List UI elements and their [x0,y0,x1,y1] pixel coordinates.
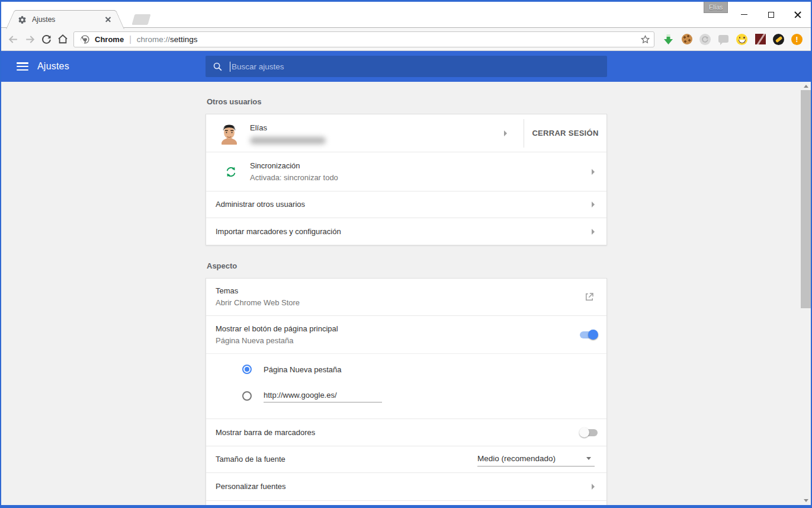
address-bar[interactable]: Chrome | chrome://settings [73,31,654,47]
font-size-row: Tamaño de la fuente Medio (recomendado) [206,446,606,472]
search-icon [213,62,223,72]
refresh-disabled-icon [699,34,711,45]
bookmark-star-icon[interactable] [638,33,651,46]
section-heading-appearance: Aspecto [207,261,607,270]
cookie-icon [682,34,692,44]
download-extension-button[interactable] [659,31,678,47]
toggle-knob [579,427,589,437]
browser-window: Ajustes Elías [0,0,812,508]
users-card: Elías CERRAR SESIÓN [206,114,607,245]
url-path: settings [170,35,198,44]
home-button[interactable] [54,31,71,47]
font-size-label: Tamaño de la fuente [216,453,477,465]
triangle-down-icon [804,499,808,502]
smiley-icon [736,34,747,45]
reload-icon [41,34,52,45]
title-bar: Ajustes Elías [1,2,811,28]
chat-bubble-icon [718,35,728,43]
site-label: Chrome [95,35,124,44]
chevron-right-icon [592,202,595,207]
scrollbar[interactable] [801,82,811,505]
tab-title: Ajustes [32,15,103,24]
menu-button[interactable] [17,62,28,71]
download-icon [663,34,673,45]
radio-row-new-tab[interactable]: Página Nueva pestaña [206,362,606,376]
settings-header: Ajustes [1,51,811,82]
customize-fonts-row[interactable]: Personalizar fuentes [206,472,606,500]
manage-users-row[interactable]: Administrar otros usuarios [206,191,606,218]
import-bookmarks-row[interactable]: Importar marcadores y configuración [206,218,606,245]
chevron-down-icon [586,457,591,460]
zipper-icon [755,34,766,44]
home-icon [57,33,69,45]
chat-extension-button[interactable] [714,31,733,47]
font-size-select[interactable]: Medio (recomendado) [477,453,595,467]
browser-tab-ajustes[interactable]: Ajustes [15,10,115,28]
cookie-extension-button[interactable] [678,31,696,47]
sync-subtitle: Activada: sincronizar todo [250,172,592,184]
home-button-toggle[interactable] [580,331,598,338]
external-link-icon [584,292,595,302]
triangle-up-icon [804,85,808,88]
themes-subtitle: Abrir Chrome Web Store [216,297,584,309]
reload-button[interactable] [38,31,54,47]
url-separator: | [129,34,131,44]
text-caret [230,62,230,72]
alert-icon: ! [791,34,803,45]
radio-row-custom-url[interactable] [206,389,606,403]
smiley-extension-button[interactable] [733,31,751,47]
home-button-title: Mostrar el botón de página principal [216,323,580,335]
profile-badge[interactable]: Elías [704,2,728,13]
radio-selected-icon[interactable] [242,365,252,374]
zipper-extension-button[interactable] [751,31,769,47]
profile-row[interactable]: Elías CERRAR SESIÓN [206,114,606,152]
bookmarks-bar-toggle[interactable] [580,429,598,436]
close-button[interactable] [784,2,811,27]
tab-close-icon[interactable] [103,14,114,25]
forward-arrow-icon [24,34,36,45]
bookmarks-bar-label: Mostrar barra de marcadores [216,427,580,439]
marker-icon [773,34,784,45]
chevron-right-icon [592,484,595,490]
forward-button[interactable] [21,31,38,47]
radio-unselected-icon[interactable] [242,391,252,401]
minimize-button[interactable] [731,2,758,27]
customize-fonts-label: Personalizar fuentes [216,481,592,493]
signout-button[interactable]: CERRAR SESIÓN [524,129,606,138]
url-scheme: chrome:// [137,35,170,44]
scroll-up-button[interactable] [801,82,811,91]
themes-row[interactable]: Temas Abrir Chrome Web Store [206,279,606,315]
profile-email-redacted [250,137,326,144]
back-arrow-icon [8,34,19,45]
section-heading-users: Otros usuarios [207,97,607,106]
minimize-icon [741,14,747,15]
alert-extension-button[interactable]: ! [788,31,806,47]
chevron-right-icon [592,229,595,235]
chrome-logo-icon [80,34,90,44]
chevron-right-icon [504,130,507,136]
sync-icon [224,165,237,178]
sync-title: Sincronización [250,160,592,172]
settings-title: Ajustes [37,61,69,72]
marker-extension-button[interactable] [769,31,788,47]
back-button[interactable] [5,31,21,47]
refresh-extension-button[interactable] [696,31,714,47]
appearance-card: Temas Abrir Chrome Web Store Mostrar el … [206,278,607,505]
scroll-down-button[interactable] [801,496,811,505]
settings-search-box[interactable] [206,56,607,77]
custom-url-input[interactable] [264,389,382,402]
new-tab-button[interactable] [131,14,150,25]
close-icon [794,11,802,19]
search-input[interactable] [232,62,600,71]
themes-title: Temas [216,285,584,297]
clipped-row [206,500,606,505]
toggle-knob [588,330,598,340]
maximize-button[interactable] [758,2,784,27]
import-bookmarks-label: Importar marcadores y configuración [216,226,592,238]
avatar [218,122,240,145]
profile-name: Elías [250,122,504,134]
manage-users-label: Administrar otros usuarios [216,199,592,210]
scrollbar-thumb[interactable] [801,90,811,308]
home-button-row: Mostrar el botón de página principal Pág… [206,315,606,353]
sync-row[interactable]: Sincronización Activada: sincronizar tod… [206,152,606,191]
